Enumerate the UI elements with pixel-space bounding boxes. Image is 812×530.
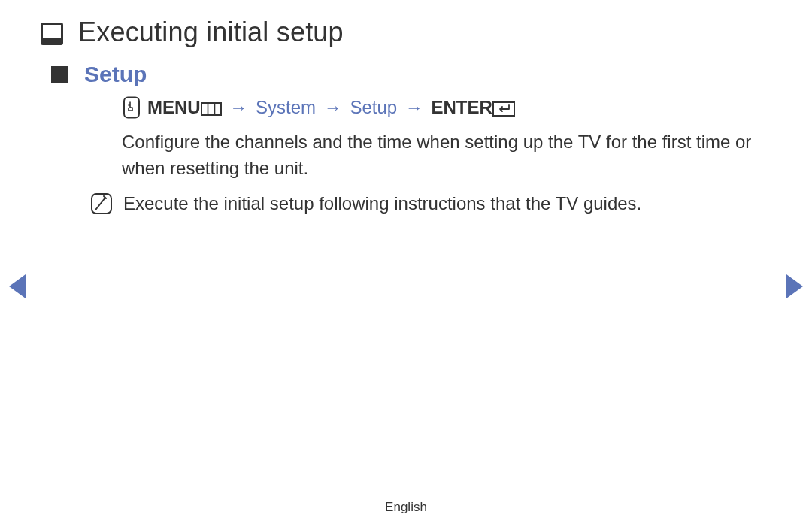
note-text: Execute the initial setup following inst…	[123, 191, 641, 217]
enter-key-icon	[492, 101, 515, 117]
note-icon	[90, 192, 113, 215]
prev-page-arrow[interactable]	[9, 274, 26, 298]
page-title-row: Executing initial setup	[41, 17, 776, 48]
next-page-arrow[interactable]	[786, 274, 803, 298]
svg-rect-1	[201, 103, 221, 115]
path-setup: Setup	[350, 97, 397, 117]
square-bullet-icon	[51, 66, 68, 83]
remote-hand-icon	[122, 96, 141, 119]
note-row: Execute the initial setup following inst…	[90, 191, 776, 217]
section-heading-row: Setup	[51, 62, 776, 87]
menu-path-row: MENU → System → Setup → ENTER	[122, 96, 776, 119]
menu-path-text: MENU → System → Setup → ENTER	[147, 97, 515, 118]
arrow-separator: →	[229, 97, 247, 117]
manual-page: Executing initial setup Setup MENU → Sys…	[0, 0, 812, 530]
section-title: Setup	[84, 62, 147, 87]
body-paragraph: Configure the channels and the time when…	[122, 129, 776, 182]
arrow-separator: →	[405, 97, 423, 117]
path-system: System	[256, 97, 316, 117]
arrow-separator: →	[324, 97, 342, 117]
menu-label: MENU	[147, 97, 201, 117]
content-block: MENU → System → Setup → ENTER Configure …	[122, 96, 776, 217]
footer-language: English	[0, 500, 812, 515]
menu-grid-icon	[201, 101, 222, 117]
section-marker-icon	[41, 23, 63, 45]
enter-label: ENTER	[431, 97, 492, 117]
page-title: Executing initial setup	[78, 17, 344, 48]
svg-rect-5	[92, 194, 111, 214]
